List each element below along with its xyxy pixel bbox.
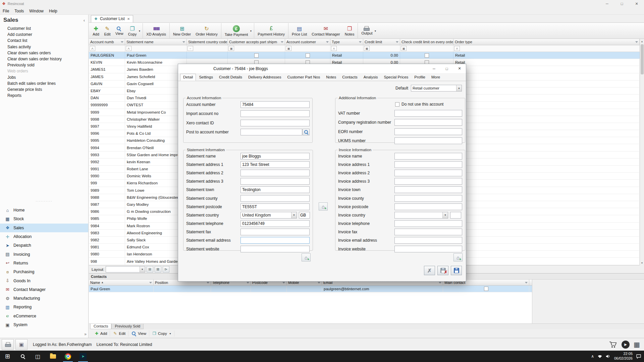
contacts-toolbar-button[interactable]: View ▼ <box>128 330 149 337</box>
filter-funnel-icon[interactable] <box>182 41 185 44</box>
nav-item[interactable]: ¤ Purchasing <box>0 267 88 276</box>
field-input[interactable] <box>394 186 462 193</box>
sidebar-item[interactable]: Sales activity <box>0 44 88 50</box>
clock[interactable]: 22:05 06/02/2026 <box>614 352 633 361</box>
filter-type-icon[interactable]: ▣ <box>364 46 370 51</box>
dialog-tab[interactable]: Notes <box>323 74 339 81</box>
nav-item[interactable]: ℮ eCommerce <box>0 312 88 320</box>
country-code-input[interactable] <box>299 212 310 219</box>
notification-icon[interactable] <box>636 354 641 359</box>
chrome-button[interactable] <box>60 351 75 362</box>
filter-funnel-icon[interactable] <box>396 41 398 44</box>
minimize-button[interactable]: ─ <box>600 0 614 7</box>
filter-type-icon[interactable]: ▣ <box>228 46 234 51</box>
nav-item[interactable]: ✉ Contact Manager <box>0 285 88 294</box>
filter-type-icon[interactable]: ▣ <box>401 46 407 51</box>
field-input[interactable] <box>240 220 310 227</box>
sidebar-item[interactable]: Previously sold <box>0 62 88 68</box>
chevron-down-icon[interactable]: ▼ <box>250 29 252 32</box>
sidebar-item[interactable]: Contact list <box>0 38 88 44</box>
menu-item[interactable]: File <box>0 8 12 14</box>
toolbar-button[interactable]: ✎ Edit ▼ <box>102 23 113 38</box>
tab-close-icon[interactable]: ✕ <box>127 17 130 21</box>
nav-item[interactable]: ✛ Allocation <box>0 232 88 241</box>
checkbox[interactable] <box>425 53 429 58</box>
contacts-toolbar-button[interactable]: ✚ Add ▼ <box>92 330 110 337</box>
sidebar-item[interactable]: Web orders <box>0 68 88 74</box>
toolbar-button[interactable]: ✚ Add ▼ <box>90 23 102 38</box>
checkbox[interactable] <box>306 53 310 58</box>
toolbar-button[interactable]: £ Take Payment ▼ <box>221 23 253 38</box>
dialog-close-button[interactable]: ✕ <box>453 64 466 73</box>
chevron-down-icon[interactable]: ▼ <box>169 333 171 335</box>
field-input[interactable] <box>394 195 462 202</box>
filter-funnel-icon[interactable] <box>439 282 441 285</box>
do-not-use-checkbox[interactable] <box>395 102 399 107</box>
field-input[interactable] <box>240 195 310 202</box>
country-select[interactable]: ▼ <box>394 212 448 219</box>
field-input[interactable] <box>394 161 462 168</box>
taskbar-search-button[interactable] <box>15 351 30 362</box>
contacts-toolbar-button[interactable]: ❐ Copy ▼ <box>149 330 174 337</box>
column-header[interactable]: Statement country code <box>187 39 228 45</box>
dialog-tab[interactable]: Credit Details <box>216 74 245 81</box>
field-input[interactable] <box>240 153 310 160</box>
field-input[interactable] <box>240 120 310 126</box>
dialog-tab[interactable]: Settings <box>196 74 216 81</box>
column-header[interactable]: Account numb <box>89 39 125 45</box>
cancel-button[interactable]: ✗ <box>424 266 435 275</box>
country-select[interactable]: United Kingdom▼ <box>240 212 297 219</box>
toolbar-button[interactable]: ▮▮▮▮ XD Analysis ▼ <box>143 23 168 38</box>
menu-item[interactable]: Help <box>46 8 60 14</box>
field-input[interactable] <box>240 110 310 117</box>
filter-funnel-icon[interactable] <box>149 282 152 285</box>
copy-country-address-button[interactable]: ⌂+ <box>319 202 328 210</box>
scrollbar-thumb[interactable] <box>641 44 644 74</box>
field-input[interactable] <box>394 170 462 176</box>
sidebar-item[interactable]: Batch edit sales order lines <box>0 80 88 86</box>
filter-cell[interactable]: A <box>330 45 363 52</box>
field-input[interactable] <box>394 137 462 144</box>
sidebar-splitter[interactable]: ·········· <box>0 200 88 202</box>
nav-item[interactable]: ⇩ Goods In <box>0 276 88 285</box>
filter-funnel-icon[interactable] <box>282 282 285 285</box>
account-lookup-button[interactable] <box>303 129 310 135</box>
field-input[interactable] <box>394 110 462 117</box>
nav-item[interactable]: ⚙ Manufacturing <box>0 294 88 303</box>
filter-funnel-icon[interactable] <box>318 282 320 285</box>
filter-cell[interactable]: – <box>187 45 228 52</box>
filter-funnel-icon[interactable] <box>247 282 249 285</box>
toolbar-button[interactable]: ⊞ New Order ▼ <box>169 23 193 38</box>
column-header[interactable]: Customer accepts part shipm <box>228 39 285 45</box>
scroll-up-icon[interactable]: ▲ <box>640 39 644 44</box>
filter-type-icon[interactable]: A <box>126 46 131 51</box>
nav-item[interactable]: ⌂ Home <box>0 206 88 215</box>
layout-apply-button[interactable]: ⊳ <box>163 266 169 273</box>
field-input[interactable] <box>394 203 462 210</box>
dialog-tab[interactable]: Profile <box>411 74 428 81</box>
toolbar-button[interactable]: ✉ Contact Manager ▼ <box>309 23 342 38</box>
contact-row[interactable]: Paul Green paulgreen@btinternet.com <box>89 286 532 292</box>
volume-icon[interactable] <box>606 354 611 358</box>
field-input[interactable] <box>240 229 310 235</box>
file-explorer-button[interactable] <box>45 351 60 362</box>
filter-type-icon[interactable]: A <box>90 46 95 51</box>
tab-customer-list[interactable]: ❖ Customer List ✕ <box>91 15 133 22</box>
field-input[interactable] <box>394 237 462 244</box>
default-customer-type-select[interactable]: Retail customer ▼ <box>411 85 462 92</box>
column-header[interactable]: Account customer <box>285 39 330 45</box>
field-input[interactable] <box>394 220 462 227</box>
nav-item[interactable]: ❖ Sales <box>0 224 88 232</box>
filter-cell[interactable]: ▣ <box>400 45 453 52</box>
dialog-minimize-button[interactable]: ─ <box>428 64 440 73</box>
nav-item[interactable]: ▦ Stock <box>0 215 88 223</box>
filter-type-icon[interactable]: – <box>187 46 193 51</box>
sidebar-item[interactable]: Jobs <box>0 74 88 80</box>
contacts-column-header[interactable]: Name ▲ <box>89 280 154 285</box>
scroll-down-icon[interactable]: ▼ <box>640 260 644 265</box>
filter-funnel-icon[interactable] <box>525 282 528 285</box>
dialog-tab[interactable]: Detail <box>180 74 196 81</box>
dialog-tab[interactable]: Customer Part Nos <box>284 74 323 81</box>
grid-view-button[interactable]: ▦ <box>634 341 640 349</box>
close-button[interactable]: ✕ <box>629 0 644 7</box>
